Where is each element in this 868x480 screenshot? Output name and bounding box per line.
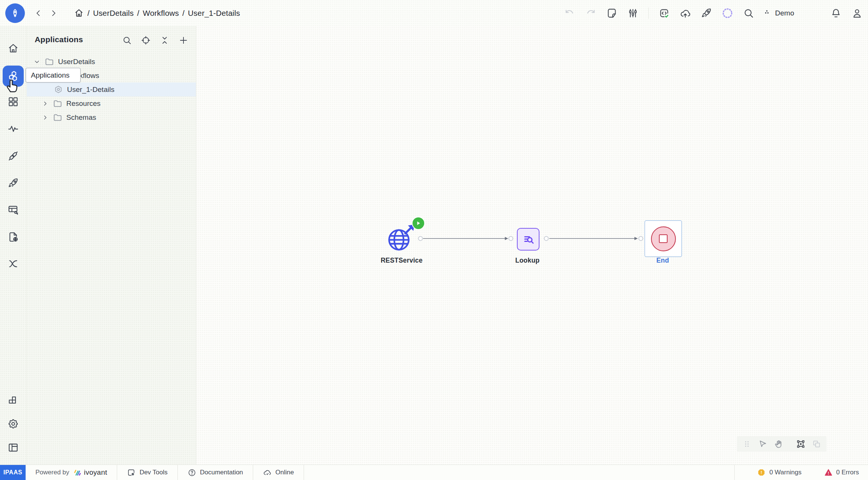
pointer-tool-icon[interactable] — [758, 439, 767, 449]
sidebar-item-plugins[interactable] — [8, 395, 19, 406]
code-validate-icon[interactable] — [659, 8, 670, 19]
tree-row-userdetails[interactable]: UserDetails — [26, 55, 196, 69]
sidebar-item-settings[interactable] — [8, 418, 19, 430]
tree-label: UserDetails — [58, 58, 95, 66]
chevron-down-icon[interactable] — [33, 58, 41, 66]
tree-row-user-1-details[interactable]: User_1-Details — [26, 83, 196, 96]
chevron-right-icon[interactable] — [41, 100, 49, 107]
notes-icon[interactable] — [606, 8, 617, 19]
tree-row-schemas[interactable]: Schemas — [26, 110, 196, 124]
workspace-label: Demo — [775, 9, 794, 17]
sidebar-item-applications[interactable] — [3, 66, 24, 87]
notifications-bell-icon[interactable] — [830, 8, 842, 19]
statusbar-left: IPAAS Powered by ivoyant — [0, 465, 304, 480]
documentation-label: Documentation — [200, 469, 243, 476]
fit-view-tool-icon[interactable] — [812, 439, 821, 449]
sidebar-item-transforms[interactable] — [8, 258, 19, 269]
app-logo[interactable] — [5, 3, 25, 23]
node-end[interactable] — [645, 220, 682, 257]
tree-row-resources[interactable]: Resources — [26, 96, 196, 110]
cloud-online-icon — [263, 468, 272, 477]
errors-indicator[interactable]: ! 0 Errors — [824, 468, 859, 477]
org-dots-icon — [764, 9, 772, 17]
statusbar: IPAAS Powered by ivoyant — [0, 465, 868, 480]
sidebar-item-deployments[interactable] — [8, 177, 19, 189]
sidebar-item-api-docs[interactable] — [8, 231, 19, 243]
lookup-search-icon — [521, 232, 535, 246]
svg-text:!: ! — [828, 471, 829, 475]
app-root: / UserDetails / Workflows / User_1-Detai… — [0, 0, 868, 480]
collapse-all-icon[interactable] — [160, 35, 170, 45]
error-triangle-icon: ! — [824, 468, 833, 477]
workflow-hexagon-icon — [53, 85, 63, 95]
statusbar-right: ! 0 Warnings ! 0 Errors — [734, 465, 868, 480]
breadcrumb-separator: / — [137, 9, 139, 18]
locate-target-icon[interactable] — [141, 35, 151, 45]
chevron-right-icon[interactable] — [41, 114, 49, 121]
sidebar-item-data-keys[interactable] — [8, 204, 19, 216]
undo-icon[interactable] — [564, 8, 575, 19]
add-application-icon[interactable] — [179, 35, 188, 45]
folder-icon — [53, 99, 63, 109]
node-lookup[interactable] — [517, 228, 539, 251]
left-sidebar — [0, 26, 27, 465]
tree-label: Schemas — [66, 113, 96, 122]
breadcrumb-segment-workflows[interactable]: Workflows — [143, 9, 179, 18]
topbar-actions: Demo — [564, 0, 863, 26]
home-icon[interactable] — [74, 8, 84, 18]
play-icon — [416, 221, 421, 226]
back-button[interactable] — [34, 9, 43, 18]
breadcrumb-separator: / — [87, 9, 90, 18]
tree-label: Resources — [66, 99, 101, 108]
folder-icon — [53, 113, 63, 122]
search-icon[interactable] — [743, 8, 754, 19]
dev-tools-icon — [127, 468, 136, 477]
drag-handle-icon[interactable] — [742, 439, 752, 449]
cloud-upload-icon[interactable] — [680, 8, 691, 19]
breadcrumb: / UserDetails / Workflows / User_1-Detai… — [74, 8, 240, 18]
warnings-label: 0 Warnings — [769, 469, 801, 476]
statusbar-divider — [734, 465, 735, 480]
settings-sliders-icon[interactable] — [627, 8, 639, 19]
applications-panel: Applications UserDe — [26, 26, 196, 465]
canvas-toolbar — [737, 436, 827, 451]
brand: ivoyant — [73, 468, 107, 477]
dev-tools-label: Dev Tools — [139, 469, 167, 476]
sidebar-item-monitoring[interactable] — [8, 123, 19, 135]
forward-button[interactable] — [49, 9, 58, 18]
svg-text:!: ! — [761, 470, 762, 475]
pan-hand-tool-icon[interactable] — [774, 439, 783, 449]
application-tree: UserDetails Workflows User_1-Details — [26, 55, 196, 124]
brand-name: ivoyant — [84, 468, 107, 477]
node-label-end: End — [621, 257, 704, 264]
panel-search-icon[interactable] — [122, 35, 132, 45]
powered-by: Powered by ivoyant — [26, 465, 117, 480]
node-label-restservice: RESTService — [360, 257, 443, 264]
redo-icon[interactable] — [585, 8, 596, 19]
documentation-button[interactable]: Documentation — [178, 465, 253, 480]
warning-octagon-icon: ! — [757, 468, 766, 477]
warnings-indicator[interactable]: ! 0 Warnings — [757, 468, 801, 477]
statusbar-divider — [304, 465, 304, 480]
select-area-tool-icon[interactable] — [796, 439, 805, 449]
run-workflow-badge[interactable] — [412, 217, 425, 230]
workspace-selector[interactable]: Demo — [764, 9, 794, 17]
breadcrumb-segment-workflow[interactable]: User_1-Details — [188, 9, 240, 18]
node-label-lookup: Lookup — [486, 257, 569, 264]
topbar-divider — [648, 8, 649, 19]
dev-tools-button[interactable]: Dev Tools — [117, 465, 177, 480]
sidebar-item-connectors[interactable] — [8, 150, 19, 162]
online-label: Online — [275, 469, 294, 476]
deploy-rocket-icon[interactable] — [701, 8, 712, 19]
rocket-logo-icon — [10, 8, 20, 18]
end-stop-icon — [651, 226, 676, 251]
sidebar-item-home[interactable] — [8, 43, 19, 54]
applications-hexagons-icon — [7, 70, 19, 82]
sidebar-item-layout[interactable] — [8, 442, 19, 453]
breadcrumb-segment-app[interactable]: UserDetails — [93, 9, 134, 18]
help-circle-icon — [188, 468, 196, 477]
sidebar-item-dashboard[interactable] — [8, 96, 19, 107]
user-account-icon[interactable] — [851, 8, 863, 19]
tree-label: User_1-Details — [67, 86, 115, 94]
topbar-left: / UserDetails / Workflows / User_1-Detai… — [5, 0, 240, 26]
